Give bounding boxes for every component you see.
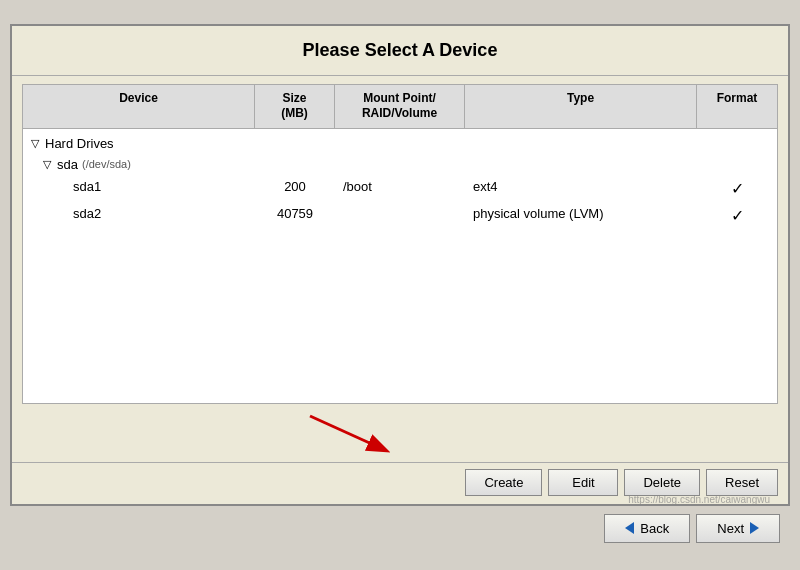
row-format: ✓ xyxy=(697,177,777,200)
subgroup-path: (/dev/sda) xyxy=(82,158,131,170)
title-bar: Please Select A Device xyxy=(12,26,788,76)
next-icon xyxy=(750,522,759,534)
group-label-text: Hard Drives xyxy=(45,136,114,151)
row-type: physical volume (LVM) xyxy=(465,204,697,227)
arrow-area xyxy=(12,412,788,462)
watermark: https://blog.csdn.net/caiwangwu xyxy=(628,494,770,505)
col-mount: Mount Point/RAID/Volume xyxy=(335,85,465,128)
back-icon xyxy=(625,522,634,534)
subgroup-sda: ▽ sda (/dev/sda) xyxy=(23,154,777,175)
col-device: Device xyxy=(23,85,255,128)
subgroup-name: sda xyxy=(57,157,78,172)
group-hard-drives: ▽ Hard Drives xyxy=(23,133,777,154)
row-type: ext4 xyxy=(465,177,697,200)
device-table: Device Size(MB) Mount Point/RAID/Volume … xyxy=(22,84,778,404)
table-header: Device Size(MB) Mount Point/RAID/Volume … xyxy=(23,85,777,129)
delete-button[interactable]: Delete xyxy=(624,469,700,496)
next-label: Next xyxy=(717,521,744,536)
col-type: Type xyxy=(465,85,697,128)
group-expand-icon: ▽ xyxy=(31,137,39,150)
back-button[interactable]: Back xyxy=(604,514,690,543)
row-format: ✓ xyxy=(697,204,777,227)
col-size: Size(MB) xyxy=(255,85,335,128)
row-size: 40759 xyxy=(255,204,335,227)
table-body: ▽ Hard Drives ▽ sda (/dev/sda) sda1 200 … xyxy=(23,129,777,233)
next-button[interactable]: Next xyxy=(696,514,780,543)
row-device: sda2 xyxy=(23,204,255,227)
back-label: Back xyxy=(640,521,669,536)
col-format: Format xyxy=(697,85,777,128)
page-title: Please Select A Device xyxy=(32,40,768,61)
row-device: sda1 xyxy=(23,177,255,200)
nav-buttons: Back Next xyxy=(10,506,790,547)
subgroup-expand-icon: ▽ xyxy=(43,158,51,171)
reset-button[interactable]: Reset xyxy=(706,469,778,496)
row-size: 200 xyxy=(255,177,335,200)
row-mount xyxy=(335,204,465,227)
row-mount: /boot xyxy=(335,177,465,200)
table-row: sda1 200 /boot ext4 ✓ xyxy=(23,175,777,202)
create-button[interactable]: Create xyxy=(465,469,542,496)
pointer-arrow xyxy=(290,412,410,458)
table-row: sda2 40759 physical volume (LVM) ✓ xyxy=(23,202,777,229)
edit-button[interactable]: Edit xyxy=(548,469,618,496)
svg-line-1 xyxy=(310,416,385,450)
